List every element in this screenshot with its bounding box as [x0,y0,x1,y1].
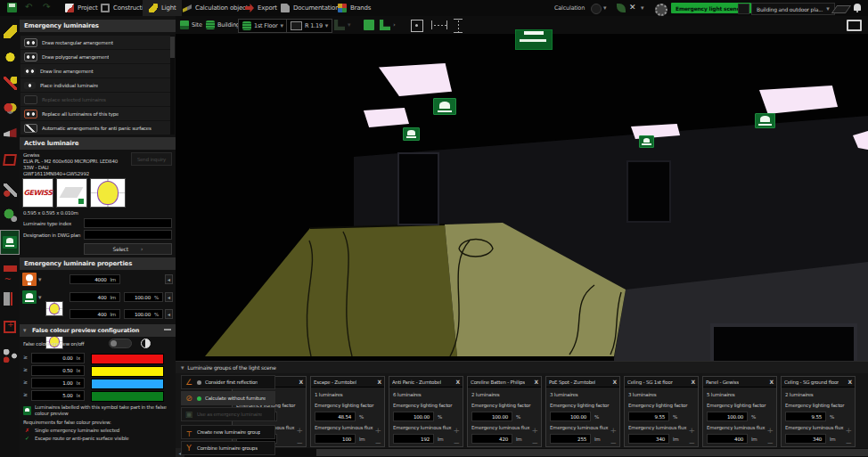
chevron-down-icon[interactable]: ▾ [641,4,644,12]
light-scene-icon[interactable] [591,4,602,14]
increase-button[interactable]: + [610,427,617,434]
contrast-icon[interactable] [141,339,151,348]
factor-field[interactable]: 100.00 [393,412,434,421]
groups-horizontal-scrollbar[interactable]: ◂ [176,448,868,457]
sidebar-item-columns[interactable] [0,287,20,310]
view-3d-button[interactable] [364,16,374,34]
sidebar-item-emergency-lighting[interactable] [0,230,20,255]
luminaire-type-index-input[interactable] [84,218,172,228]
view-mode-disabled-button[interactable]: ▾ [334,16,351,34]
false-colour-toggle[interactable] [109,339,132,348]
undo-icon[interactable]: ↶ [25,2,32,12]
sidebar-item-light-colour[interactable] [0,96,20,119]
luminaire-groups-header[interactable]: ▾ Luminaire groups of the light scene [176,362,868,373]
expand-row-button[interactable]: ◂ [165,309,173,319]
factor-field[interactable]: 9.55 [785,412,826,421]
3d-viewport[interactable] [176,34,868,361]
room-select[interactable]: R 1.19 ▾ [286,19,332,33]
measure-horizontal-icon[interactable] [431,20,447,29]
scrollbar-thumb[interactable] [170,37,175,58]
close-icon[interactable]: X [535,379,538,385]
chevron-down-icon[interactable]: ▾ [603,4,607,12]
luminaire-group-card[interactable]: Escape - ZumtobelX 1 luminaires Emergenc… [310,376,385,447]
decrease-button[interactable]: − [374,439,381,446]
dwg-designation-input[interactable] [84,230,172,240]
ceiling-luminaire-panel[interactable] [364,108,409,127]
decrease-button[interactable]: − [766,439,774,446]
increase-button[interactable]: + [766,427,774,434]
luminaire-group-card[interactable]: Coreline Batten - PhilipsX 2 luminaires … [467,376,542,447]
sidebar-item-luminaires[interactable] [0,20,20,43]
increase-button[interactable]: + [453,427,460,434]
tool-automatic-arrangements[interactable]: Automatic arrangements for anti panic su… [20,121,170,135]
tool-draw-rectangular-arrangement[interactable]: Draw rectangular arrangement [20,36,170,49]
exit-sign-luminaire[interactable] [403,127,420,141]
sidebar-item-control[interactable] [0,260,20,283]
increase-button[interactable]: + [845,427,852,434]
increase-button[interactable]: + [374,427,381,434]
view-plan-button[interactable]: › [380,16,396,34]
flux-field[interactable]: 255 [550,434,591,444]
flux-field[interactable]: 340 [785,434,826,444]
menu-item-use-as-emergency-luminaire[interactable]: ▣ Use as emergency luminaire [181,407,275,421]
tool-place-individual-luminaire[interactable]: Place individual luminaire [20,78,170,92]
measure-vertical-icon[interactable] [454,19,463,33]
factor-field[interactable]: 9.55 [628,412,669,421]
manufacturer-logo-thumbnail[interactable]: GEWISS [22,178,53,208]
select-luminaire-button[interactable]: Select › [84,243,172,255]
energy-icon[interactable] [617,4,626,12]
factor-field[interactable]: 48.54 [315,412,356,421]
menu-item-consider-first-reflection[interactable]: ∠ Consider first reflection [181,375,275,389]
close-icon[interactable]: X [378,379,381,385]
exit-sign-luminaire[interactable] [755,113,775,128]
sidebar-item-surfaces[interactable] [0,315,20,339]
factor-field[interactable]: 100.00 [707,412,748,421]
luminaire-photo-thumbnail[interactable] [56,178,87,208]
sidebar-item-energy[interactable] [0,203,20,226]
threshold-field[interactable]: 1.00 lx [31,378,85,388]
threshold-field[interactable]: 0.50 lx [31,365,85,376]
decrease-button[interactable]: − [845,439,852,446]
decrease-button[interactable]: − [688,439,695,446]
menu-item-calculate-without-furniture[interactable]: ⊘ Calculate without furniture [181,391,275,405]
increase-button[interactable]: + [531,427,538,434]
sidebar-item-groups[interactable] [0,344,20,367]
luminaire-group-card[interactable]: Celing - SG 1st floorX 3 luminaires Emer… [624,376,699,447]
emergency-lamp-icon[interactable] [22,290,37,304]
exit-sign-luminaire[interactable] [639,135,654,148]
chevron-down-icon[interactable]: ▾ [38,294,42,301]
decrease-button[interactable]: − [453,439,460,446]
luminous-flux-field[interactable]: 4000 lm [70,274,120,284]
threshold-field[interactable]: 0.00 lx [31,353,85,363]
building-button[interactable]: Building [206,16,240,34]
site-button[interactable]: Site [180,16,202,34]
close-icon[interactable]: X [770,379,774,385]
tool-replace-all-luminaires[interactable]: Replace all luminaires of this type [20,107,170,120]
zoom-to-fit-icon[interactable] [411,20,423,32]
sidebar-item-light-cone[interactable] [0,121,20,144]
flux-field[interactable]: 192 [393,434,434,444]
scrollbar-thumb[interactable] [316,449,868,456]
decrease-button[interactable]: − [531,439,538,446]
increase-button[interactable]: + [296,427,303,434]
exit-sign-luminaire[interactable] [433,98,456,115]
sum-flux-field[interactable]: 400 lm [70,309,120,319]
scene-extra-button[interactable] [738,4,749,14]
luminaire-group-card[interactable]: PoE Spot - ZumtobelX 3 luminaires Emerge… [545,376,620,447]
sidebar-item-maintenance[interactable] [0,178,20,201]
close-icon[interactable]: X [299,379,303,385]
emergency-flux-field[interactable]: 400 lm [70,292,120,302]
save-icon[interactable] [7,3,17,12]
tool-list-scrollbar[interactable] [170,36,175,135]
sum-percent-field[interactable]: 100.00 % [124,309,163,319]
redo-icon[interactable]: ↷ [43,2,50,12]
expand-row-button[interactable]: ◂ [165,292,173,302]
luminaire-group-card[interactable]: Panel - GewissX 5 luminaires Emergency l… [702,376,777,447]
notification-bell-icon[interactable] [854,4,861,11]
chevron-down-icon[interactable]: ▾ [38,276,42,283]
planning-context-select[interactable]: Building and outdoor pla... ▾ [751,3,835,15]
factor-field[interactable]: 100.00 [471,412,512,421]
tab-brands[interactable]: Brands [332,0,377,16]
send-inquiry-button[interactable]: Send inquiry [131,152,172,166]
sidebar-item-rooms[interactable] [0,148,20,171]
